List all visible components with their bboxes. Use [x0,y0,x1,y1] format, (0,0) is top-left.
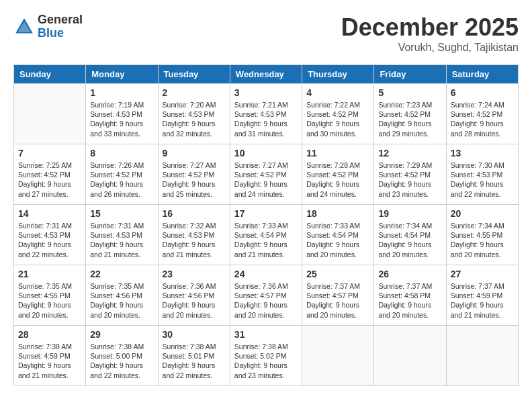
day-number: 25 [306,269,369,279]
day-number: 28 [18,329,81,340]
day-info: Sunrise: 7:38 AM Sunset: 5:01 PM Dayligh… [163,342,226,380]
calendar-cell [446,326,518,386]
week-row-4: 21Sunrise: 7:35 AM Sunset: 4:55 PM Dayli… [14,265,519,326]
day-info: Sunrise: 7:19 AM Sunset: 4:53 PM Dayligh… [90,100,153,138]
calendar-cell: 14Sunrise: 7:31 AM Sunset: 4:53 PM Dayli… [14,205,86,265]
day-info: Sunrise: 7:23 AM Sunset: 4:52 PM Dayligh… [378,100,441,138]
day-info: Sunrise: 7:37 AM Sunset: 4:57 PM Dayligh… [306,281,369,320]
calendar-cell: 5Sunrise: 7:23 AM Sunset: 4:52 PM Daylig… [374,84,446,144]
calendar-cell: 6Sunrise: 7:24 AM Sunset: 4:52 PM Daylig… [446,84,518,144]
day-number: 27 [451,269,514,279]
day-info: Sunrise: 7:21 AM Sunset: 4:53 PM Dayligh… [234,100,298,138]
week-row-5: 28Sunrise: 7:38 AM Sunset: 4:59 PM Dayli… [14,326,519,386]
day-number: 22 [90,269,153,279]
day-number: 29 [90,329,153,340]
day-number: 26 [378,269,441,279]
day-header-saturday: Saturday [446,65,518,84]
location: Vorukh, Sughd, Tajikistan [341,42,519,54]
day-header-sunday: Sunday [14,65,86,84]
day-number: 21 [18,269,81,279]
calendar-cell: 4Sunrise: 7:22 AM Sunset: 4:52 PM Daylig… [302,84,374,144]
day-number: 17 [234,208,298,219]
day-header-friday: Friday [374,65,446,84]
calendar-cell: 1Sunrise: 7:19 AM Sunset: 4:53 PM Daylig… [86,84,158,144]
week-row-3: 14Sunrise: 7:31 AM Sunset: 4:53 PM Dayli… [14,205,519,265]
calendar-cell: 17Sunrise: 7:33 AM Sunset: 4:54 PM Dayli… [230,205,302,265]
day-number: 2 [163,87,226,98]
day-number: 7 [18,148,81,158]
title-block: December 2025 Vorukh, Sughd, Tajikistan [341,13,519,54]
page-header: General Blue December 2025 Vorukh, Sughd… [13,13,519,54]
calendar-cell: 31Sunrise: 7:38 AM Sunset: 5:02 PM Dayli… [230,326,302,386]
day-number: 10 [234,148,298,158]
calendar-cell [374,326,446,386]
day-number: 8 [90,148,153,158]
day-header-wednesday: Wednesday [230,65,302,84]
calendar-cell [14,84,86,144]
day-number: 3 [234,87,298,98]
logo-icon [13,16,35,38]
day-number: 4 [306,87,369,98]
day-info: Sunrise: 7:32 AM Sunset: 4:53 PM Dayligh… [163,221,226,259]
month-year: December 2025 [341,13,519,42]
day-info: Sunrise: 7:27 AM Sunset: 4:52 PM Dayligh… [163,161,226,199]
day-number: 6 [451,87,514,98]
day-info: Sunrise: 7:38 AM Sunset: 5:00 PM Dayligh… [90,342,153,380]
calendar-cell: 9Sunrise: 7:27 AM Sunset: 4:52 PM Daylig… [158,144,230,205]
day-number: 19 [378,208,441,219]
day-number: 12 [378,148,441,158]
day-number: 11 [306,148,369,158]
calendar-cell: 30Sunrise: 7:38 AM Sunset: 5:01 PM Dayli… [158,326,230,386]
day-info: Sunrise: 7:33 AM Sunset: 4:54 PM Dayligh… [306,221,369,259]
day-header-monday: Monday [86,65,158,84]
calendar-cell: 13Sunrise: 7:30 AM Sunset: 4:53 PM Dayli… [446,144,518,205]
day-info: Sunrise: 7:37 AM Sunset: 4:59 PM Dayligh… [451,281,514,320]
day-info: Sunrise: 7:29 AM Sunset: 4:52 PM Dayligh… [378,161,441,199]
calendar-cell: 10Sunrise: 7:27 AM Sunset: 4:52 PM Dayli… [230,144,302,205]
day-info: Sunrise: 7:26 AM Sunset: 4:52 PM Dayligh… [90,161,153,199]
day-number: 31 [234,329,298,340]
calendar-cell: 27Sunrise: 7:37 AM Sunset: 4:59 PM Dayli… [446,265,518,326]
day-info: Sunrise: 7:37 AM Sunset: 4:58 PM Dayligh… [378,281,441,320]
day-number: 16 [163,208,226,219]
day-info: Sunrise: 7:38 AM Sunset: 5:02 PM Dayligh… [234,342,298,380]
calendar-cell: 8Sunrise: 7:26 AM Sunset: 4:52 PM Daylig… [86,144,158,205]
calendar-cell: 20Sunrise: 7:34 AM Sunset: 4:55 PM Dayli… [446,205,518,265]
day-info: Sunrise: 7:36 AM Sunset: 4:56 PM Dayligh… [163,281,226,320]
day-number: 20 [451,208,514,219]
calendar-cell: 24Sunrise: 7:36 AM Sunset: 4:57 PM Dayli… [230,265,302,326]
day-info: Sunrise: 7:28 AM Sunset: 4:52 PM Dayligh… [306,161,369,199]
calendar-cell: 11Sunrise: 7:28 AM Sunset: 4:52 PM Dayli… [302,144,374,205]
day-number: 13 [451,148,514,158]
calendar-cell: 26Sunrise: 7:37 AM Sunset: 4:58 PM Dayli… [374,265,446,326]
day-info: Sunrise: 7:31 AM Sunset: 4:53 PM Dayligh… [18,221,81,259]
day-number: 30 [163,329,226,340]
day-number: 1 [90,87,153,98]
day-info: Sunrise: 7:27 AM Sunset: 4:52 PM Dayligh… [234,161,298,199]
day-info: Sunrise: 7:34 AM Sunset: 4:54 PM Dayligh… [378,221,441,259]
day-header-thursday: Thursday [302,65,374,84]
day-number: 5 [378,87,441,98]
day-number: 14 [18,208,81,219]
calendar-cell: 16Sunrise: 7:32 AM Sunset: 4:53 PM Dayli… [158,205,230,265]
calendar-table: SundayMondayTuesdayWednesdayThursdayFrid… [13,64,519,386]
day-number: 18 [306,208,369,219]
day-info: Sunrise: 7:20 AM Sunset: 4:53 PM Dayligh… [163,100,226,138]
logo-general-text: General [38,13,83,27]
day-number: 24 [234,269,298,279]
calendar-cell: 22Sunrise: 7:35 AM Sunset: 4:56 PM Dayli… [86,265,158,326]
day-info: Sunrise: 7:24 AM Sunset: 4:52 PM Dayligh… [451,100,514,138]
day-info: Sunrise: 7:38 AM Sunset: 4:59 PM Dayligh… [18,342,81,380]
calendar-cell: 7Sunrise: 7:25 AM Sunset: 4:52 PM Daylig… [14,144,86,205]
day-number: 15 [90,208,153,219]
day-info: Sunrise: 7:35 AM Sunset: 4:56 PM Dayligh… [90,281,153,320]
logo: General Blue [13,13,83,40]
calendar-cell: 21Sunrise: 7:35 AM Sunset: 4:55 PM Dayli… [14,265,86,326]
calendar-cell: 2Sunrise: 7:20 AM Sunset: 4:53 PM Daylig… [158,84,230,144]
calendar-cell [302,326,374,386]
day-info: Sunrise: 7:22 AM Sunset: 4:52 PM Dayligh… [306,100,369,138]
day-info: Sunrise: 7:25 AM Sunset: 4:52 PM Dayligh… [18,161,81,199]
calendar-cell: 28Sunrise: 7:38 AM Sunset: 4:59 PM Dayli… [14,326,86,386]
day-info: Sunrise: 7:30 AM Sunset: 4:53 PM Dayligh… [451,161,514,199]
calendar-header-row: SundayMondayTuesdayWednesdayThursdayFrid… [14,65,519,84]
